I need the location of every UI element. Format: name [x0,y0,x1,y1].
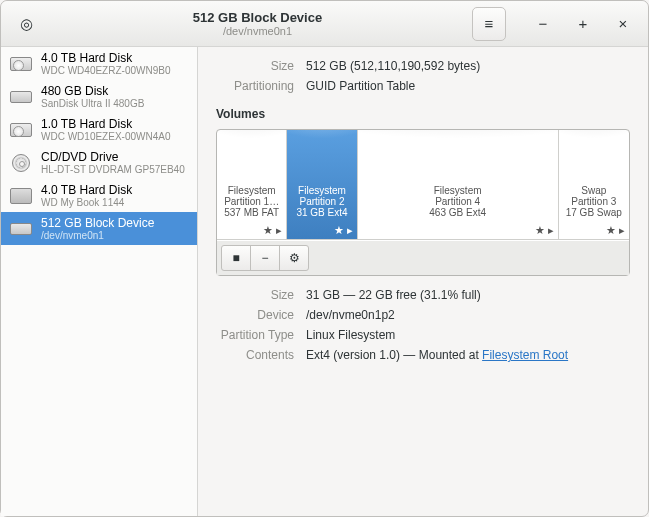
volumes-container: FilesystemPartition 1…537 MB FAT★ ▸Files… [216,129,630,276]
sidebar-device-item[interactable]: 4.0 TB Hard DiskWD My Book 1144 [1,179,197,212]
title-text: 512 GB Block Device [43,10,472,25]
hdd-icon [9,52,33,76]
value-contents: Ext4 (version 1.0) — Mounted at Filesyst… [306,348,630,362]
device-sublabel: WDC WD40EZRZ-00WN9B0 [41,65,170,76]
power-icon: ◎ [20,15,33,33]
partition-number: Partition 3 [563,196,625,207]
maximize-button[interactable]: + [566,7,600,41]
partition-status-icons: ★ ▸ [221,224,282,237]
partition-status-icons: ★ ▸ [563,224,625,237]
sidebar-device-item[interactable]: 512 GB Block Device/dev/nvme0n1 [1,212,197,245]
label-contents: Contents [216,348,306,362]
device-sublabel: SanDisk Ultra II 480GB [41,98,144,109]
label-part-size: Size [216,288,306,302]
partition-name: Filesystem [221,185,282,196]
main-panel: Size 512 GB (512,110,190,592 bytes) Part… [198,47,648,516]
ssd-icon [9,85,33,109]
partition-name: Filesystem [362,185,554,196]
device-sublabel: WD My Book 1144 [41,197,132,208]
partition-settings-button[interactable]: ⚙ [279,245,309,271]
partition-status-icons: ★ ▸ [291,224,352,237]
label-size: Size [216,59,306,73]
hamburger-icon: ≡ [485,15,494,32]
device-sublabel: WDC WD10EZEX-00WN4A0 [41,131,170,142]
partition-number: Partition 1… [221,196,282,207]
power-button[interactable]: ◎ [9,7,43,41]
titlebar: ◎ 512 GB Block Device /dev/nvme0n1 ≡ − +… [1,1,648,47]
partition-block[interactable]: FilesystemPartition 231 GB Ext4★ ▸ [287,130,357,239]
ext-icon [9,184,33,208]
minimize-icon: − [539,15,548,32]
maximize-icon: + [579,15,588,32]
partition-info: 537 MB FAT [221,207,282,218]
value-part-type: Linux Filesystem [306,328,630,342]
delete-partition-button[interactable]: − [250,245,280,271]
value-part-size: 31 GB — 22 GB free (31.1% full) [306,288,630,302]
window-title: 512 GB Block Device /dev/nvme0n1 [43,10,472,37]
minimize-button[interactable]: − [526,7,560,41]
sidebar-device-item[interactable]: 480 GB DiskSanDisk Ultra II 480GB [1,80,197,113]
device-label: 1.0 TB Hard Disk [41,117,170,131]
value-part-device: /dev/nvme0n1p2 [306,308,630,322]
label-part-type: Partition Type [216,328,306,342]
hdd-icon [9,118,33,142]
contents-text: Ext4 (version 1.0) — Mounted at [306,348,482,362]
sidebar-device-item[interactable]: 1.0 TB Hard DiskWDC WD10EZEX-00WN4A0 [1,113,197,146]
value-size: 512 GB (512,110,190,592 bytes) [306,59,630,73]
minus-icon: − [261,251,268,265]
partition-number: Partition 4 [362,196,554,207]
mount-point-link[interactable]: Filesystem Root [482,348,568,362]
ssd-icon [9,217,33,241]
close-button[interactable]: × [606,7,640,41]
close-icon: × [619,15,628,32]
partition-status-icons: ★ ▸ [362,224,554,237]
device-label: 480 GB Disk [41,84,144,98]
cd-icon [9,151,33,175]
unmount-button[interactable]: ■ [221,245,251,271]
partition-info: 31 GB Ext4 [291,207,352,218]
partition-info: 17 GB Swap [563,207,625,218]
partition-block[interactable]: FilesystemPartition 1…537 MB FAT★ ▸ [217,130,287,239]
device-sublabel: HL-DT-ST DVDRAM GP57EB40 [41,164,185,175]
label-part-device: Device [216,308,306,322]
gear-icon: ⚙ [289,251,300,265]
subtitle-text: /dev/nvme0n1 [43,25,472,37]
label-partitioning: Partitioning [216,79,306,93]
value-partitioning: GUID Partition Table [306,79,630,93]
device-label: 4.0 TB Hard Disk [41,51,170,65]
device-sublabel: /dev/nvme0n1 [41,230,154,241]
partition-name: Filesystem [291,185,352,196]
partition-name: Swap [563,185,625,196]
sidebar-device-item[interactable]: 4.0 TB Hard DiskWDC WD40EZRZ-00WN9B0 [1,47,197,80]
device-label: 512 GB Block Device [41,216,154,230]
sidebar-device-item[interactable]: CD/DVD DriveHL-DT-ST DVDRAM GP57EB40 [1,146,197,179]
partition-block[interactable]: FilesystemPartition 4463 GB Ext4★ ▸ [358,130,559,239]
partition-info: 463 GB Ext4 [362,207,554,218]
stop-icon: ■ [232,251,239,265]
device-label: CD/DVD Drive [41,150,185,164]
volumes-heading: Volumes [216,107,630,121]
menu-button[interactable]: ≡ [472,7,506,41]
volume-toolbar: ■ − ⚙ [217,240,629,275]
partition-block[interactable]: SwapPartition 317 GB Swap★ ▸ [559,130,629,239]
partition-number: Partition 2 [291,196,352,207]
partition-strip: FilesystemPartition 1…537 MB FAT★ ▸Files… [217,130,629,240]
device-sidebar: 4.0 TB Hard DiskWDC WD40EZRZ-00WN9B0480 … [1,47,198,516]
device-label: 4.0 TB Hard Disk [41,183,132,197]
